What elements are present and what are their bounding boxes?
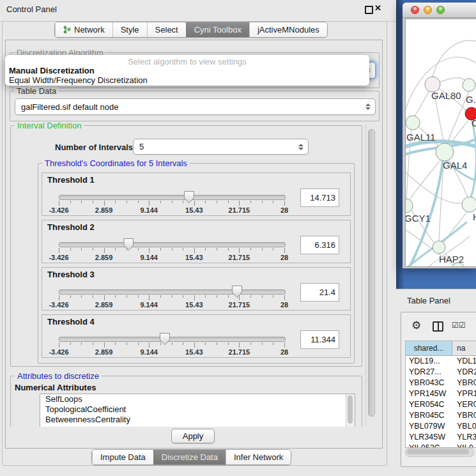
- column-header-shared[interactable]: shared...: [406, 341, 452, 355]
- table-row[interactable]: YER054C YER0: [406, 399, 476, 410]
- table-row[interactable]: YDR27... YDR2: [406, 367, 476, 378]
- num-intervals-label: Number of Intervals: [55, 142, 133, 152]
- threshold-label: Threshold 2: [47, 222, 95, 232]
- float-window-icon[interactable]: [365, 6, 373, 14]
- scrollbar-thumb[interactable]: [407, 449, 469, 454]
- top-tab-label: Style: [121, 25, 139, 35]
- top-tab[interactable]: Style: [112, 22, 147, 37]
- cell-name: YPR1: [452, 388, 476, 399]
- table-row[interactable]: YBR045C YBR0: [406, 410, 476, 421]
- network-window[interactable]: GAL80G...C...GAL11GAL4GCY1HHAP2: [403, 3, 476, 268]
- network-window-titlebar[interactable]: [403, 3, 476, 18]
- table-row[interactable]: YIL052C YIL0: [406, 443, 476, 448]
- cell-name: YDR2: [452, 367, 476, 378]
- threshold-slider[interactable]: -3.4262.8599.14415.4321.71528: [59, 287, 284, 309]
- num-intervals-combobox[interactable]: 5: [133, 139, 309, 155]
- bottom-tab[interactable]: Infer Network: [226, 450, 291, 464]
- bottom-tab-label: Infer Network: [234, 452, 283, 462]
- group-title: Attributes to discretize: [15, 371, 102, 381]
- scrollbar-thumb[interactable]: [368, 129, 375, 417]
- slider-track[interactable]: [59, 195, 286, 200]
- table-header-row: shared... na: [406, 341, 476, 356]
- threshold-value-field[interactable]: 11.344: [300, 330, 339, 349]
- combo-stepper-icon: [297, 144, 304, 150]
- table-horizontal-scrollbar[interactable]: [405, 448, 474, 457]
- network-canvas[interactable]: GAL80G...C...GAL11GAL4GCY1HHAP2: [405, 19, 476, 267]
- minimize-traffic-light-icon[interactable]: [424, 6, 432, 14]
- threshold-slider[interactable]: -3.4262.8599.14415.4321.71528: [59, 334, 284, 356]
- slider-track[interactable]: [59, 242, 286, 247]
- attributes-list-scrollbar[interactable]: [346, 394, 355, 427]
- network-node[interactable]: [436, 143, 454, 161]
- table-row[interactable]: YPR145W YPR1: [406, 388, 476, 399]
- close-icon[interactable]: ✕: [374, 3, 381, 13]
- slider-track[interactable]: [59, 337, 286, 342]
- threshold-value-field[interactable]: 6.316: [300, 236, 339, 254]
- column-header-name[interactable]: na: [452, 341, 476, 355]
- numerical-attributes-label: Numerical Attributes: [15, 383, 96, 392]
- attribute-list-item[interactable]: TopologicalCoefficient: [40, 404, 355, 415]
- network-node[interactable]: [433, 241, 445, 254]
- top-tab[interactable]: Select: [147, 22, 186, 37]
- network-node[interactable]: [463, 79, 475, 91]
- threshold-label: Threshold 4: [47, 317, 95, 326]
- slider-ticks: [59, 295, 284, 301]
- close-traffic-light-icon[interactable]: [411, 6, 419, 14]
- slider-ticks: [59, 342, 284, 348]
- attributes-list[interactable]: SelfLoops TopologicalCoefficient Between…: [40, 394, 355, 427]
- dropdown-option[interactable]: Manual Discretization: [9, 66, 365, 75]
- table-data-combobox[interactable]: galFiltered.sif default node: [15, 98, 376, 115]
- split-columns-icon[interactable]: [433, 321, 443, 332]
- table-row[interactable]: YBR043C YBR0: [406, 378, 476, 388]
- num-intervals-value: 5: [139, 142, 297, 151]
- threshold-value-field[interactable]: 14.713: [300, 188, 339, 207]
- network-desktop: GAL80G...C...GAL11GAL4GCY1HHAP2: [396, 0, 476, 289]
- table-data-group: Table Data galFiltered.sif default node: [10, 91, 380, 121]
- cell-shared-name: YDR27...: [406, 367, 452, 378]
- slider-scale-labels: -3.4262.8599.14415.4321.71528: [59, 206, 284, 214]
- threshold-slider[interactable]: -3.4262.8599.14415.4321.71528: [59, 240, 284, 261]
- table-row[interactable]: YBL079W YBL0: [406, 421, 476, 432]
- table-panel-title: Table Panel: [407, 296, 450, 305]
- bottom-tab-label: Discretize Data: [162, 452, 218, 462]
- threshold-value-field[interactable]: 21.4: [300, 283, 339, 302]
- slider-track[interactable]: [59, 289, 286, 295]
- network-node[interactable]: [406, 116, 420, 130]
- top-tab[interactable]: Network: [55, 22, 112, 37]
- top-tab-label: jActiveMNodules: [257, 25, 319, 35]
- node-table: shared... na YDL19... YDL1 YDR27... YDR2: [405, 341, 476, 448]
- top-tab[interactable]: jActiveMNodules: [249, 22, 327, 37]
- group-title: Threshold's Coordinates for 5 Intervals: [42, 158, 190, 168]
- dropdown-option[interactable]: Equal Width/Frequency Discretization: [9, 75, 365, 85]
- threshold-slider[interactable]: -3.4262.8599.14415.4321.71528: [59, 192, 284, 214]
- slider-ticks: [59, 201, 284, 206]
- combo-stepper-icon: [364, 104, 371, 110]
- cell-shared-name: YIL052C: [406, 443, 452, 448]
- node-label: GCY1: [406, 213, 431, 224]
- node-label: GAL4: [443, 160, 467, 171]
- network-node[interactable]: [462, 197, 476, 212]
- table-row[interactable]: YDL19... YDL1: [406, 356, 476, 367]
- checkbox-icons[interactable]: ☑☑: [452, 321, 466, 330]
- slider-scale-labels: -3.4262.8599.14415.4321.71528: [59, 301, 284, 309]
- table-row[interactable]: YLR345W YLR3: [406, 432, 476, 443]
- node-label: C...: [472, 118, 476, 128]
- gear-icon[interactable]: ⚙: [411, 319, 421, 332]
- apply-button[interactable]: Apply: [171, 429, 215, 443]
- attribute-list-item[interactable]: SelfLoops: [40, 394, 355, 404]
- bottom-tab[interactable]: Discretize Data: [153, 450, 226, 464]
- cell-name: YBL0: [452, 421, 476, 432]
- settings-scrollbar[interactable]: [365, 124, 376, 426]
- attribute-list-item[interactable]: BetweennessCentrality: [40, 415, 355, 425]
- interval-definition-group: Interval Definition Number of Intervals …: [10, 125, 362, 367]
- cell-name: YBR0: [452, 410, 476, 421]
- top-tab-label: Cyni Toolbox: [194, 25, 242, 35]
- cell-shared-name: YDL19...: [406, 356, 452, 367]
- cell-name: YER0: [452, 399, 476, 410]
- threshold-block: Threshold 2 -3.4262.8599.14415.4321.7152…: [42, 220, 351, 263]
- thresholds-group: Threshold's Coordinates for 5 Intervals …: [38, 163, 355, 364]
- cell-shared-name: YBR045C: [406, 410, 452, 421]
- top-tab[interactable]: Cyni Toolbox: [186, 22, 249, 37]
- zoom-traffic-light-icon[interactable]: [436, 6, 445, 14]
- bottom-tab[interactable]: Impute Data: [92, 450, 153, 464]
